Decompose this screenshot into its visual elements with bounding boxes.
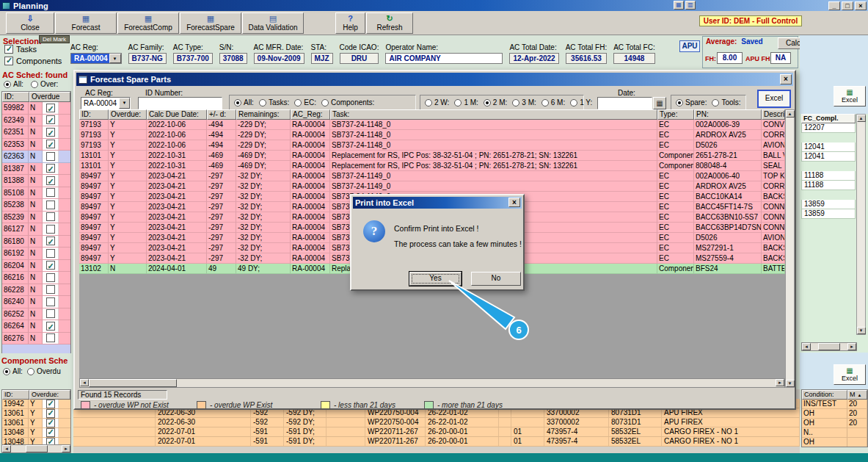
table-row[interactable]: 81387 N (2, 163, 70, 176)
field-value[interactable]: B737-NG (128, 53, 167, 64)
row-checkbox[interactable] (46, 128, 55, 137)
row-checkbox[interactable] (46, 419, 55, 427)
scroll-left-icon[interactable]: ◄ (80, 379, 89, 386)
field-value[interactable]: AIR COMPANY (385, 53, 503, 64)
checkbox-box[interactable] (4, 45, 13, 54)
row-checkbox[interactable] (46, 115, 55, 124)
selection-checkbox[interactable]: Tasks (4, 45, 62, 54)
column-header[interactable]: M (847, 390, 867, 400)
toolbar-button[interactable]: Close (6, 12, 54, 34)
modal-excel-button[interactable]: Excel (757, 90, 791, 108)
no-button[interactable]: No (471, 272, 521, 286)
row-checkbox[interactable] (46, 212, 55, 221)
table-row[interactable]: OH 20 (802, 409, 867, 419)
modal-vertical-scrollbar[interactable]: ▲ ▼ (785, 109, 795, 388)
apu-button[interactable]: APU (679, 40, 700, 52)
table-row[interactable]: 86216 N (2, 272, 70, 284)
field-value[interactable]: 35616.53 (566, 53, 608, 64)
row-checkbox[interactable] (46, 152, 55, 161)
field-value[interactable]: 12-Apr-2022 (509, 53, 558, 64)
field-value[interactable]: 09-Nov-2009 (254, 53, 304, 64)
table-row[interactable]: 2022-07-01 -591 -591 DY; WP220711-267 26… (73, 427, 800, 437)
table-row[interactable]: 85108 N (2, 187, 70, 200)
scrollbar-thumb[interactable] (818, 343, 840, 350)
column-header[interactable]: ID: (2, 92, 29, 102)
table-row[interactable]: INS/TEST 20 (802, 400, 867, 409)
field-value[interactable]: 14948 (613, 53, 655, 64)
row-checkbox[interactable] (46, 225, 55, 234)
field-value[interactable]: RA-00004 (70, 53, 122, 64)
field-value[interactable]: B737-700 (173, 53, 213, 64)
row-checkbox[interactable] (46, 333, 55, 342)
column-header[interactable]: Descrip (762, 109, 785, 120)
table-row[interactable]: 86276 N (2, 333, 70, 345)
table-row[interactable]: 59982 N (2, 102, 70, 115)
field-value[interactable]: DRU (340, 53, 379, 64)
table-row[interactable]: 97193 Y 2022-10-06 -494 -229 DY; RA-0000… (79, 140, 785, 151)
fc-compl-header[interactable]: FC_Compl. (801, 114, 856, 123)
table-row[interactable]: OH (802, 438, 867, 447)
row-checkbox[interactable] (46, 400, 55, 408)
toolbar-button[interactable]: Refresh (366, 12, 413, 34)
row-checkbox[interactable] (46, 249, 55, 258)
calendar-icon[interactable]: ▦ (653, 97, 666, 109)
table-row[interactable]: 85239 N (2, 212, 70, 224)
table-row[interactable]: 62353 N (2, 139, 70, 151)
row-checkbox[interactable] (46, 237, 55, 245)
modal-ac-reg-combo[interactable]: RA-00004 ▼ (81, 97, 131, 109)
column-header[interactable]: Overdue (29, 92, 70, 102)
excel-button-bottom[interactable]: Excel (834, 364, 866, 385)
column-header[interactable]: Calc Due Date: (147, 109, 207, 120)
toolbar-button[interactable]: ForecastSpare (180, 12, 241, 34)
table-row[interactable]: 86264 N (2, 320, 70, 333)
radio-option[interactable]: Overdu (27, 367, 61, 375)
scrollbar-thumb[interactable] (26, 445, 48, 452)
modal-id-number-input[interactable] (138, 97, 222, 109)
column-header[interactable]: ID: (79, 109, 109, 120)
scroll-down-icon[interactable]: ▼ (857, 327, 866, 334)
table-row[interactable]: 97193 Y 2022-10-06 -494 -229 DY; RA-0000… (79, 120, 785, 130)
toolbar-button[interactable]: Help (335, 12, 365, 34)
scroll-up-icon[interactable]: ▲ (786, 110, 795, 118)
fh-value[interactable]: 8.00 (717, 52, 743, 64)
minimize-button[interactable] (828, 1, 840, 10)
table-row[interactable]: 13061 Y (2, 409, 70, 419)
table-row[interactable]: 13048 Y (2, 428, 70, 438)
column-header[interactable]: +/- d: (207, 109, 236, 120)
table-row[interactable]: N.. (802, 428, 867, 438)
table-row[interactable]: 62363 N (2, 151, 70, 163)
table-row[interactable]: 62351 N (2, 126, 70, 139)
radio-option[interactable]: All: (3, 367, 23, 375)
maximize-button[interactable] (842, 1, 853, 10)
del-mark-button[interactable]: Del Mark (39, 35, 70, 43)
close-window-button[interactable] (855, 1, 867, 10)
table-row[interactable]: 97193 Y 2022-10-06 -494 -229 DY; RA-0000… (79, 130, 785, 140)
radio-option[interactable]: Over: (31, 80, 58, 88)
table-row[interactable]: 86240 N (2, 296, 70, 308)
radio-option[interactable]: Tasks: (259, 98, 289, 107)
table-row[interactable]: 13061 Y (2, 419, 70, 428)
dialog-titlebar[interactable]: Print into Excel (353, 197, 522, 209)
row-checkbox[interactable] (46, 273, 55, 282)
right-vertical-scrollbar[interactable]: ▲ ▼ (856, 114, 866, 335)
row-checkbox[interactable] (46, 104, 55, 112)
row-checkbox[interactable] (46, 285, 55, 294)
column-header[interactable]: Overdue: (29, 390, 70, 400)
field-value[interactable]: MJZ (311, 53, 333, 64)
scrollbar-thumb[interactable] (89, 379, 177, 387)
radio-option[interactable]: Components: (321, 98, 374, 107)
radio-option[interactable]: 2 W: (425, 98, 449, 107)
row-checkbox[interactable] (46, 176, 55, 185)
toolbar-button[interactable]: ForecastComp (117, 12, 179, 34)
row-checkbox[interactable] (46, 201, 55, 209)
row-checkbox[interactable] (46, 297, 55, 306)
column-header[interactable]: Type: (657, 109, 694, 120)
row-checkbox[interactable] (46, 309, 55, 318)
apu-fh-value[interactable]: NA (770, 52, 791, 64)
chevron-down-icon[interactable]: ▼ (119, 98, 130, 109)
toolbar-button[interactable]: Data Validation (242, 12, 304, 34)
toolbar-button[interactable]: Forecast (55, 12, 117, 34)
table-row[interactable]: 86192 N (2, 248, 70, 260)
row-checkbox[interactable] (46, 322, 55, 331)
yes-button[interactable]: Yes (409, 272, 462, 286)
